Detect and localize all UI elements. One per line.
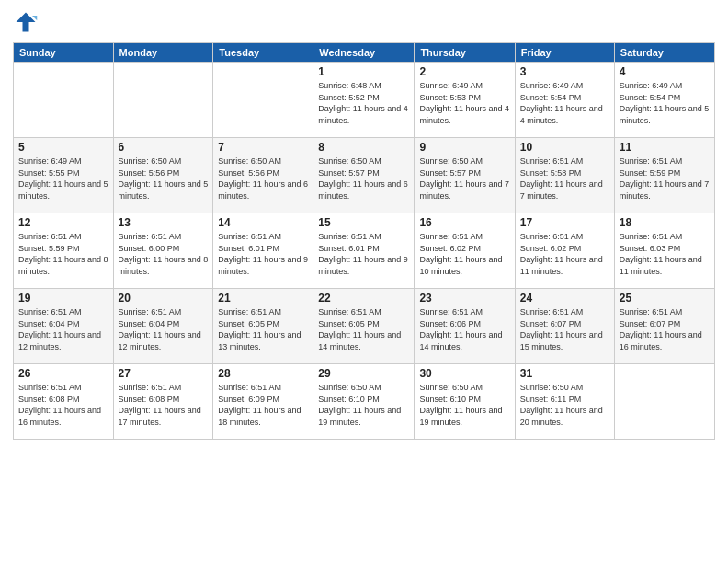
day-number: 22 <box>318 292 409 304</box>
day-number: 9 <box>419 141 509 154</box>
day-number: 3 <box>520 65 609 78</box>
day-number: 17 <box>520 216 609 229</box>
calendar-cell: 27Sunrise: 6:51 AMSunset: 6:08 PMDayligh… <box>113 364 213 440</box>
day-number: 12 <box>18 216 108 229</box>
day-info: Sunrise: 6:50 AMSunset: 6:11 PMDaylight:… <box>520 382 609 428</box>
day-info: Sunrise: 6:51 AMSunset: 6:04 PMDaylight:… <box>119 306 209 352</box>
calendar-cell: 29Sunrise: 6:50 AMSunset: 6:10 PMDayligh… <box>313 364 415 440</box>
day-info: Sunrise: 6:49 AMSunset: 5:55 PMDaylight:… <box>18 155 108 201</box>
day-info: Sunrise: 6:49 AMSunset: 5:54 PMDaylight:… <box>520 80 609 126</box>
calendar-cell: 30Sunrise: 6:50 AMSunset: 6:10 PMDayligh… <box>415 364 515 440</box>
day-info: Sunrise: 6:50 AMSunset: 5:57 PMDaylight:… <box>318 155 409 201</box>
calendar-cell: 20Sunrise: 6:51 AMSunset: 6:04 PMDayligh… <box>113 289 213 364</box>
day-info: Sunrise: 6:50 AMSunset: 6:10 PMDaylight:… <box>419 382 509 428</box>
day-number: 26 <box>18 367 108 380</box>
weekday-header: Thursday <box>415 43 515 63</box>
calendar-cell: 19Sunrise: 6:51 AMSunset: 6:04 PMDayligh… <box>14 289 114 364</box>
calendar-cell: 3Sunrise: 6:49 AMSunset: 5:54 PMDaylight… <box>515 63 614 138</box>
day-number: 19 <box>18 292 108 304</box>
day-info: Sunrise: 6:51 AMSunset: 6:00 PMDaylight:… <box>119 231 209 277</box>
day-info: Sunrise: 6:49 AMSunset: 5:53 PMDaylight:… <box>419 80 509 126</box>
day-info: Sunrise: 6:51 AMSunset: 5:58 PMDaylight:… <box>520 155 609 201</box>
calendar-cell: 26Sunrise: 6:51 AMSunset: 6:08 PMDayligh… <box>14 364 114 440</box>
day-info: Sunrise: 6:51 AMSunset: 6:08 PMDaylight:… <box>119 382 209 428</box>
day-number: 31 <box>520 367 609 380</box>
day-number: 25 <box>620 292 710 304</box>
weekday-header: Wednesday <box>313 43 415 63</box>
calendar-cell: 13Sunrise: 6:51 AMSunset: 6:00 PMDayligh… <box>113 213 213 289</box>
day-info: Sunrise: 6:51 AMSunset: 6:01 PMDaylight:… <box>318 231 409 277</box>
day-number: 29 <box>318 367 409 380</box>
day-info: Sunrise: 6:51 AMSunset: 6:04 PMDaylight:… <box>18 306 108 352</box>
day-number: 1 <box>318 65 409 78</box>
calendar-cell: 9Sunrise: 6:50 AMSunset: 5:57 PMDaylight… <box>415 138 515 213</box>
calendar-cell: 8Sunrise: 6:50 AMSunset: 5:57 PMDaylight… <box>313 138 415 213</box>
calendar-cell <box>213 63 313 138</box>
day-info: Sunrise: 6:51 AMSunset: 6:01 PMDaylight:… <box>218 231 308 277</box>
day-number: 18 <box>620 216 710 229</box>
calendar-cell: 25Sunrise: 6:51 AMSunset: 6:07 PMDayligh… <box>614 289 714 364</box>
day-info: Sunrise: 6:51 AMSunset: 6:02 PMDaylight:… <box>419 231 509 277</box>
day-number: 28 <box>218 367 308 380</box>
header <box>13 9 715 35</box>
weekday-header: Sunday <box>14 43 114 63</box>
day-number: 27 <box>119 367 209 380</box>
day-number: 7 <box>218 141 308 154</box>
day-info: Sunrise: 6:51 AMSunset: 6:08 PMDaylight:… <box>18 382 108 428</box>
day-info: Sunrise: 6:51 AMSunset: 6:05 PMDaylight:… <box>218 306 308 352</box>
day-info: Sunrise: 6:48 AMSunset: 5:52 PMDaylight:… <box>318 80 409 126</box>
calendar-cell: 23Sunrise: 6:51 AMSunset: 6:06 PMDayligh… <box>415 289 515 364</box>
calendar-cell: 2Sunrise: 6:49 AMSunset: 5:53 PMDaylight… <box>415 63 515 138</box>
calendar-cell: 17Sunrise: 6:51 AMSunset: 6:02 PMDayligh… <box>515 213 614 289</box>
day-number: 30 <box>419 367 509 380</box>
logo <box>13 9 42 35</box>
calendar-cell: 24Sunrise: 6:51 AMSunset: 6:07 PMDayligh… <box>515 289 614 364</box>
calendar-cell: 6Sunrise: 6:50 AMSunset: 5:56 PMDaylight… <box>113 138 213 213</box>
calendar: SundayMondayTuesdayWednesdayThursdayFrid… <box>13 42 715 440</box>
calendar-cell: 28Sunrise: 6:51 AMSunset: 6:09 PMDayligh… <box>213 364 313 440</box>
day-info: Sunrise: 6:51 AMSunset: 6:06 PMDaylight:… <box>419 306 509 352</box>
day-number: 2 <box>419 65 509 78</box>
calendar-cell: 1Sunrise: 6:48 AMSunset: 5:52 PMDaylight… <box>313 63 415 138</box>
day-number: 24 <box>520 292 609 304</box>
day-info: Sunrise: 6:51 AMSunset: 6:09 PMDaylight:… <box>218 382 308 428</box>
calendar-cell: 15Sunrise: 6:51 AMSunset: 6:01 PMDayligh… <box>313 213 415 289</box>
calendar-cell: 5Sunrise: 6:49 AMSunset: 5:55 PMDaylight… <box>14 138 114 213</box>
calendar-cell: 31Sunrise: 6:50 AMSunset: 6:11 PMDayligh… <box>515 364 614 440</box>
day-info: Sunrise: 6:51 AMSunset: 5:59 PMDaylight:… <box>620 155 710 201</box>
day-info: Sunrise: 6:50 AMSunset: 5:56 PMDaylight:… <box>119 155 209 201</box>
calendar-cell: 21Sunrise: 6:51 AMSunset: 6:05 PMDayligh… <box>213 289 313 364</box>
day-number: 11 <box>620 141 710 154</box>
calendar-cell <box>14 63 114 138</box>
weekday-header: Friday <box>515 43 614 63</box>
day-number: 20 <box>119 292 209 304</box>
day-number: 21 <box>218 292 308 304</box>
logo-icon <box>13 9 39 35</box>
calendar-cell: 4Sunrise: 6:49 AMSunset: 5:54 PMDaylight… <box>614 63 714 138</box>
weekday-header: Tuesday <box>213 43 313 63</box>
day-info: Sunrise: 6:49 AMSunset: 5:54 PMDaylight:… <box>620 80 710 126</box>
calendar-cell <box>113 63 213 138</box>
day-number: 15 <box>318 216 409 229</box>
day-info: Sunrise: 6:50 AMSunset: 5:56 PMDaylight:… <box>218 155 308 201</box>
day-number: 16 <box>419 216 509 229</box>
weekday-header: Saturday <box>614 43 714 63</box>
day-number: 5 <box>18 141 108 154</box>
svg-marker-0 <box>17 13 36 32</box>
calendar-cell <box>614 364 714 440</box>
day-info: Sunrise: 6:51 AMSunset: 6:07 PMDaylight:… <box>620 306 710 352</box>
calendar-cell: 11Sunrise: 6:51 AMSunset: 5:59 PMDayligh… <box>614 138 714 213</box>
day-number: 10 <box>520 141 609 154</box>
calendar-cell: 16Sunrise: 6:51 AMSunset: 6:02 PMDayligh… <box>415 213 515 289</box>
day-info: Sunrise: 6:51 AMSunset: 5:59 PMDaylight:… <box>18 231 108 277</box>
day-number: 6 <box>119 141 209 154</box>
page: SundayMondayTuesdayWednesdayThursdayFrid… <box>0 0 728 563</box>
day-number: 23 <box>419 292 509 304</box>
day-info: Sunrise: 6:51 AMSunset: 6:07 PMDaylight:… <box>520 306 609 352</box>
day-info: Sunrise: 6:51 AMSunset: 6:02 PMDaylight:… <box>520 231 609 277</box>
calendar-cell: 12Sunrise: 6:51 AMSunset: 5:59 PMDayligh… <box>14 213 114 289</box>
calendar-cell: 18Sunrise: 6:51 AMSunset: 6:03 PMDayligh… <box>614 213 714 289</box>
weekday-header: Monday <box>113 43 213 63</box>
day-info: Sunrise: 6:51 AMSunset: 6:03 PMDaylight:… <box>620 231 710 277</box>
day-info: Sunrise: 6:50 AMSunset: 5:57 PMDaylight:… <box>419 155 509 201</box>
